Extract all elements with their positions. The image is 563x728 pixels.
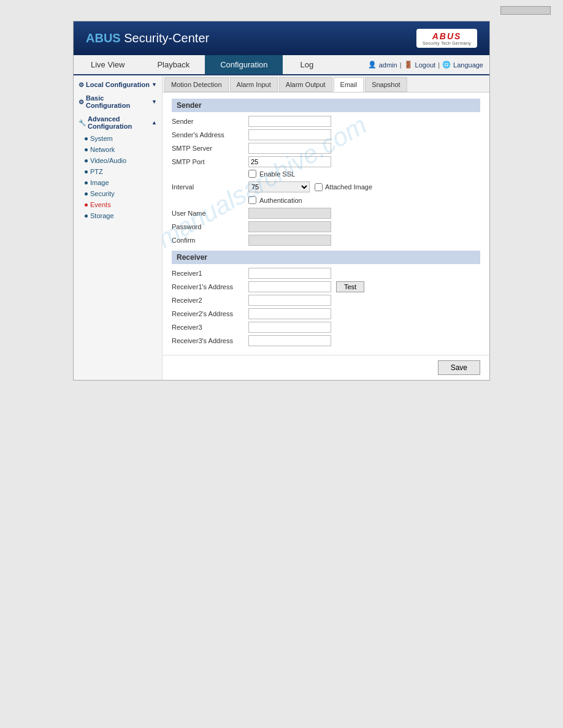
tab-email[interactable]: Email — [334, 77, 364, 92]
receiver1-address-row: Receiver1's Address Test — [172, 281, 480, 292]
sidebar-section-local-label: Local Configuration — [86, 81, 150, 88]
nav-live-view[interactable]: Live View — [74, 55, 142, 74]
receiver3-address-input[interactable] — [248, 335, 331, 346]
receiver1-address-input[interactable] — [248, 281, 331, 292]
logo-bottom: Security Tech Germany — [423, 41, 471, 45]
test-button[interactable]: Test — [336, 281, 364, 292]
dot-events — [85, 203, 88, 207]
language-link[interactable]: Language — [453, 61, 483, 69]
senders-address-row: Sender's Address — [172, 129, 480, 140]
sidebar-section-basic[interactable]: ⚙ Basic Configuration ▼ — [74, 91, 162, 112]
smtp-port-input[interactable] — [248, 156, 331, 167]
senders-address-label: Sender's Address — [172, 131, 248, 138]
sidebar-item-ptz[interactable]: PTZ — [74, 166, 162, 177]
sidebar-item-ptz-label: PTZ — [90, 168, 103, 175]
nav-bar: Live View Playback Configuration Log 👤 a… — [74, 55, 489, 75]
dot-system — [85, 137, 88, 140]
nav-log[interactable]: Log — [283, 55, 331, 74]
receiver2-input[interactable] — [248, 295, 331, 306]
smtp-port-label: SMTP Port — [172, 158, 248, 165]
logo-badge: ABUS Security Tech Germany — [416, 29, 477, 48]
sidebar-section-basic-label: Basic Configuration — [86, 94, 150, 109]
nav-configuration[interactable]: Configuration — [205, 55, 283, 74]
sidebar-item-events-label: Events — [90, 201, 111, 208]
receiver3-input[interactable] — [248, 322, 331, 333]
brand-title: ABUS Security-Center — [86, 31, 209, 45]
logout-link[interactable]: Logout — [415, 61, 436, 69]
interval-label: Interval — [172, 183, 248, 191]
sep2: | — [438, 61, 440, 69]
nav-playback[interactable]: Playback — [142, 55, 205, 74]
dot-storage — [85, 214, 88, 218]
dot-security — [85, 192, 88, 195]
receiver2-address-input[interactable] — [248, 308, 331, 319]
receiver1-label: Receiver1 — [172, 270, 248, 277]
wrench-icon-advanced: 🔧 — [79, 119, 86, 126]
gear-icon-basic: ⚙ — [79, 99, 84, 105]
attached-image-checkbox[interactable] — [315, 183, 323, 191]
smtp-server-row: SMTP Server — [172, 143, 480, 154]
receiver2-address-label: Receiver2's Address — [172, 310, 248, 317]
auth-label: Authentication — [259, 197, 302, 204]
attached-image-label: Attached Image — [325, 183, 372, 191]
sidebar-item-security[interactable]: Security — [74, 188, 162, 199]
enable-ssl-checkbox[interactable] — [248, 170, 256, 178]
sidebar-item-network[interactable]: Network — [74, 144, 162, 155]
arrow-basic: ▼ — [151, 99, 157, 105]
dot-ptz — [85, 170, 88, 173]
arrow-advanced: ▲ — [151, 119, 157, 126]
app-header: ABUS Security-Center ABUS Security Tech … — [74, 21, 489, 55]
dot-image — [85, 181, 88, 184]
dot-video-audio — [85, 159, 88, 162]
sidebar-section-local[interactable]: ⚙ Local Configuration ▼ — [74, 78, 162, 91]
sidebar-item-video-audio[interactable]: Video/Audio — [74, 155, 162, 166]
username-row: User Name — [172, 208, 480, 219]
receiver3-address-label: Receiver3's Address — [172, 337, 248, 344]
sidebar-item-storage[interactable]: Storage — [74, 210, 162, 221]
sidebar-item-system[interactable]: System — [74, 133, 162, 144]
password-row: Password — [172, 221, 480, 232]
sidebar-item-events[interactable]: Events — [74, 199, 162, 210]
tab-alarm-input[interactable]: Alarm Input — [230, 77, 278, 92]
form-content: Sender Sender Sender's Address SMTP Serv… — [163, 93, 489, 355]
username-label: User Name — [172, 210, 248, 217]
top-button[interactable] — [500, 6, 551, 15]
tab-motion-detection[interactable]: Motion Detection — [164, 77, 229, 92]
username-input[interactable] — [248, 208, 331, 219]
logout-icon: 🚪 — [404, 61, 413, 69]
sidebar-item-video-audio-label: Video/Audio — [90, 157, 126, 164]
sidebar-item-system-label: System — [90, 135, 113, 142]
sidebar-item-image[interactable]: Image — [74, 177, 162, 188]
auth-row: Authentication — [172, 196, 480, 204]
brand-abus: ABUS — [86, 31, 121, 45]
tab-alarm-output[interactable]: Alarm Output — [279, 77, 332, 92]
receiver2-address-row: Receiver2's Address — [172, 308, 480, 319]
auth-checkbox[interactable] — [248, 196, 256, 204]
interval-row: Interval 75 Attached Image — [172, 181, 480, 192]
sidebar-item-storage-label: Storage — [90, 212, 114, 219]
senders-address-input[interactable] — [248, 129, 331, 140]
gear-icon-local: ⚙ — [79, 82, 84, 88]
sidebar-item-security-label: Security — [90, 190, 115, 197]
sidebar-item-image-label: Image — [90, 179, 109, 186]
save-button[interactable]: Save — [438, 360, 480, 375]
arrow-local: ▼ — [151, 82, 157, 88]
tab-snapshot[interactable]: Snapshot — [365, 77, 407, 92]
password-input[interactable] — [248, 221, 331, 232]
smtp-server-input[interactable] — [248, 143, 331, 154]
main-layout: ⚙ Local Configuration ▼ ⚙ Basic Configur… — [74, 75, 489, 380]
sender-input[interactable] — [248, 116, 331, 127]
enable-ssl-label: Enable SSL — [259, 170, 295, 178]
sender-section-header: Sender — [172, 99, 480, 112]
confirm-input[interactable] — [248, 235, 331, 246]
confirm-row: Confirm — [172, 235, 480, 246]
receiver1-row: Receiver1 — [172, 268, 480, 279]
dot-network — [85, 148, 88, 151]
sidebar-section-advanced[interactable]: 🔧 Advanced Configuration ▲ — [74, 112, 162, 133]
admin-link[interactable]: admin — [379, 61, 397, 69]
receiver1-address-label: Receiver1's Address — [172, 283, 248, 290]
brand-name: Security-Center — [124, 31, 209, 45]
interval-select[interactable]: 75 — [248, 181, 310, 192]
receiver1-input[interactable] — [248, 268, 331, 279]
sender-label: Sender — [172, 118, 248, 125]
